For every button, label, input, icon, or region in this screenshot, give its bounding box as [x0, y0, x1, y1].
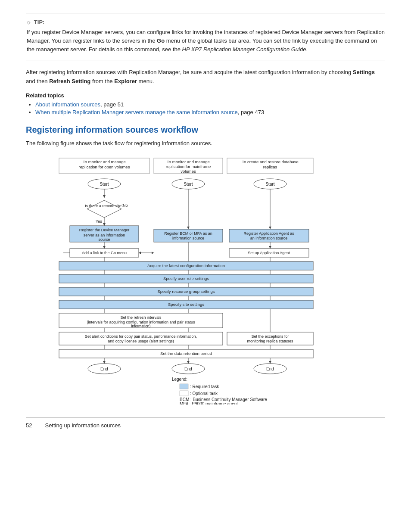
svg-marker-18 [87, 200, 121, 218]
settings-bold: Settings [353, 69, 375, 75]
svg-text:Is there a remote site?: Is there a remote site? [85, 204, 124, 208]
page-footer: 52 Setting up information sources [26, 417, 385, 429]
svg-text:To monitor and manage: To monitor and manage [83, 159, 126, 164]
tip-text: If you register Device Manager servers, … [26, 28, 385, 54]
tip-text-3: . [306, 46, 308, 53]
list-item: When multiple Replication Manager server… [35, 109, 385, 115]
svg-text:Specify resource group setting: Specify resource group settings [157, 289, 215, 294]
svg-text:Start: Start [265, 182, 274, 187]
tip-icon: ☼ [26, 19, 31, 25]
footer-text: Setting up information sources [45, 422, 121, 429]
svg-text:End: End [266, 367, 274, 371]
svg-text:replication for open volumes: replication for open volumes [79, 165, 130, 169]
svg-text:Add a link to the Go menu: Add a link to the Go menu [82, 251, 127, 255]
svg-text:Start: Start [100, 182, 109, 187]
section-intro: The following figure shows the task flow… [26, 139, 385, 148]
main-text-1: After registering information sources wi… [26, 69, 353, 75]
svg-marker-92 [103, 361, 106, 364]
svg-marker-34 [187, 227, 190, 229]
svg-text:source: source [98, 237, 110, 242]
svg-marker-17 [103, 195, 106, 198]
svg-text:Register BCM or MFA as an: Register BCM or MFA as an [164, 231, 212, 236]
svg-marker-22 [103, 223, 106, 226]
svg-text:Register Application Agent as: Register Application Agent as [243, 231, 294, 236]
svg-text:information): information) [131, 324, 151, 328]
svg-text:End: End [184, 367, 192, 371]
svg-rect-104 [180, 384, 188, 389]
list-item: About information sources, page 51 [35, 101, 385, 108]
tip-label: ☼ TIP: [26, 19, 385, 25]
related-topics-title: Related topics [26, 92, 385, 99]
svg-text:Yes: Yes [96, 219, 102, 224]
svg-text:MFA : P9000 mainframe agent: MFA : P9000 mainframe agent [180, 401, 238, 404]
tip-section: ☼ TIP: If you register Device Manager se… [26, 13, 385, 60]
related-link-2[interactable]: When multiple Replication Manager server… [35, 109, 238, 115]
svg-text:No: No [123, 203, 128, 208]
svg-marker-44 [269, 246, 271, 249]
main-paragraph: After registering information sources wi… [26, 68, 385, 86]
svg-text:Set the data retention period: Set the data retention period [160, 351, 212, 356]
svg-text:volumes: volumes [181, 169, 196, 174]
related-topics-list: About information sources, page 51 When … [26, 101, 385, 115]
svg-text:monitoring replica statuses: monitoring replica statuses [247, 339, 293, 343]
svg-text:Legend:: Legend: [172, 377, 187, 382]
svg-marker-49 [152, 252, 154, 254]
section-heading: Registering information sources workflow [26, 125, 385, 135]
svg-text:Specify site settings: Specify site settings [168, 302, 204, 307]
related-link-1[interactable]: About information sources [35, 101, 100, 108]
svg-text:Start: Start [184, 182, 193, 187]
svg-text:Set the exceptions for: Set the exceptions for [251, 334, 289, 339]
svg-text:Set up Application Agent: Set up Application Agent [248, 251, 290, 255]
refresh-bold: Refresh Setting [49, 78, 90, 84]
main-text-2: and then [26, 78, 49, 84]
main-text-3: from the [90, 78, 114, 84]
svg-marker-96 [269, 361, 271, 364]
svg-marker-29 [103, 246, 106, 249]
explorer-bold: Explorer [114, 78, 137, 84]
page-number: 52 [26, 422, 32, 429]
svg-text:Set alert conditions for copy : Set alert conditions for copy pair statu… [85, 334, 197, 339]
svg-text:an information source: an information source [250, 236, 288, 240]
svg-text:: Optional task: : Optional task [190, 391, 218, 396]
svg-text:Set the refresh intervals: Set the refresh intervals [120, 315, 162, 320]
tip-label-text: TIP: [34, 19, 45, 25]
svg-text:To monitor and manage: To monitor and manage [167, 159, 210, 164]
workflow-diagram: To monitor and manage replication for op… [26, 155, 385, 404]
tip-go-bold: Go [157, 37, 165, 44]
svg-text:server as an information: server as an information [84, 233, 125, 237]
svg-text:information source: information source [172, 236, 204, 240]
svg-marker-48 [139, 252, 141, 254]
svg-text:Register the Device Manager: Register the Device Manager [79, 228, 130, 232]
svg-rect-106 [180, 391, 188, 396]
main-text-4: menu. [137, 78, 154, 84]
svg-text:Acquire the latest configurati: Acquire the latest configuration informa… [147, 263, 225, 268]
svg-marker-94 [187, 361, 190, 364]
tip-ref-italic: HP XP7 Replication Manager Configuration… [182, 46, 306, 53]
svg-text:replicas: replicas [263, 165, 277, 169]
svg-text:replication for mainframe: replication for mainframe [166, 164, 211, 169]
svg-text:and copy license usage (alert : and copy license usage (alert settings) [108, 339, 174, 343]
svg-marker-39 [269, 227, 271, 229]
svg-text:Specify user role settings: Specify user role settings [163, 276, 209, 281]
svg-text:To create and restore database: To create and restore database [242, 159, 299, 164]
workflow-svg: To monitor and manage replication for op… [55, 155, 356, 404]
svg-text:: Required task: : Required task [190, 384, 219, 389]
svg-text:End: End [100, 367, 108, 371]
